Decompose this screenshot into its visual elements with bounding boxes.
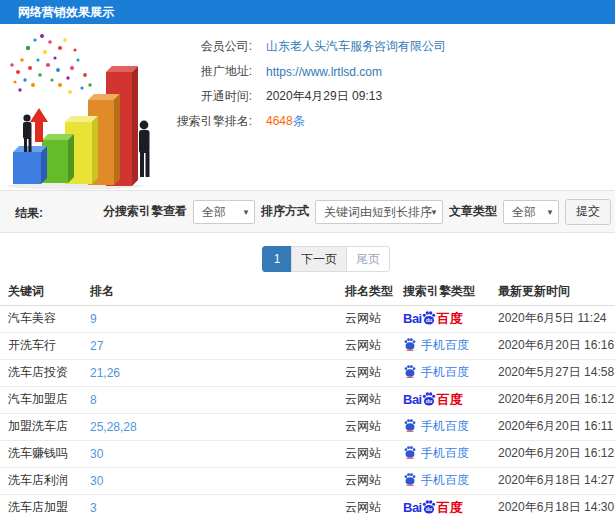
update-time-cell: 2020年6月5日 11:24: [496, 305, 615, 332]
update-time-cell: 2020年5月27日 14:58: [496, 359, 615, 386]
rank-cell[interactable]: 9: [88, 305, 343, 332]
baidu-mobile-logo: 手机百度: [403, 337, 469, 354]
last-page-button[interactable]: 尾页: [346, 246, 390, 272]
table-row: 洗车店加盟 3 云网站 Bai du 百度: [0, 494, 615, 520]
rank-cell[interactable]: 3: [88, 494, 343, 520]
mobile-baidu-paw-icon: [403, 337, 417, 351]
promo-url-row: 推广地址: https://www.lrtlsd.com: [160, 59, 446, 84]
rank-type-cell: 云网站: [343, 494, 401, 520]
marketing-report-page: 网络营销效果展示: [0, 0, 615, 520]
page-1-button[interactable]: 1: [262, 246, 292, 272]
table-row: 加盟洗车店 25,28,28 云网站 Bai du 百度: [0, 413, 615, 440]
submit-button[interactable]: 提交: [565, 199, 611, 225]
engine-cell: Bai du 百度: [401, 386, 496, 413]
update-time-cell: 2020年6月20日 16:16: [496, 332, 615, 359]
header-update-time: 最新更新时间: [496, 278, 615, 305]
filter-bar: 结果: 分搜索引擎查看 全部 ▼ 排序方式 关键词由短到长排序 ▼ 文章类型 全…: [0, 190, 615, 233]
mobile-baidu-text: 手机百度: [421, 418, 469, 435]
table-header-row: 关键词 排名 排名类型 搜索引擎类型 最新更新时间: [0, 278, 615, 305]
rank-type-cell: 云网站: [343, 332, 401, 359]
keyword-cell: 汽车加盟店: [0, 386, 88, 413]
member-company-label: 会员公司:: [160, 38, 252, 55]
rank-cell[interactable]: 30: [88, 467, 343, 494]
baidu-mobile-logo: 手机百度: [403, 364, 469, 381]
open-time-label: 开通时间:: [160, 88, 252, 105]
pagination: 1 下一页 尾页: [262, 246, 390, 272]
baidu-mobile-logo: 手机百度: [403, 418, 469, 435]
rank-cell[interactable]: 27: [88, 332, 343, 359]
article-type-label: 文章类型: [449, 203, 497, 220]
engine-cell: Bai du 百度: [401, 305, 496, 332]
engine-rank-value: 4648条: [266, 113, 305, 130]
table-row: 洗车店利润 30 云网站 Bai du 百度: [0, 467, 615, 494]
rank-cell[interactable]: 8: [88, 386, 343, 413]
keyword-cell: 汽车美容: [0, 305, 88, 332]
member-company-link[interactable]: 山东老人头汽车服务咨询有限公司: [266, 38, 446, 55]
engine-rank-label: 搜索引擎排名:: [160, 113, 252, 130]
engine-rank-row: 搜索引擎排名: 4648条: [160, 109, 446, 134]
update-time-cell: 2020年6月20日 16:12: [496, 386, 615, 413]
result-label: 结果:: [15, 205, 43, 222]
engine-filter-select[interactable]: 全部 ▼: [193, 200, 255, 224]
engine-rank-unit: 条: [293, 114, 305, 128]
baidu-pc-logo: Bai du 百度: [403, 391, 463, 409]
baidu-bai-text: Bai: [403, 392, 422, 407]
article-type-select[interactable]: 全部 ▼: [503, 200, 559, 224]
mobile-baidu-text: 手机百度: [421, 472, 469, 489]
update-time-cell: 2020年6月18日 14:30: [496, 494, 615, 520]
sort-select[interactable]: 关键词由短到长排序 ▼: [315, 200, 443, 224]
table-row: 汽车加盟店 8 云网站 Bai du 百度: [0, 386, 615, 413]
mobile-baidu-paw-icon: [403, 472, 417, 486]
mobile-baidu-paw-icon: [403, 364, 417, 378]
update-time-cell: 2020年6月20日 16:11: [496, 413, 615, 440]
growth-chart-illustration: [0, 30, 170, 190]
update-time-cell: 2020年6月18日 14:27: [496, 467, 615, 494]
sort-label: 排序方式: [261, 203, 309, 220]
header-engine-type: 搜索引擎类型: [401, 278, 496, 305]
open-time-row: 开通时间: 2020年4月29日 09:13: [160, 84, 446, 109]
rank-cell[interactable]: 30: [88, 440, 343, 467]
rank-type-cell: 云网站: [343, 440, 401, 467]
keyword-cell: 洗车店加盟: [0, 494, 88, 520]
baidu-cn-text: 百度: [437, 499, 463, 517]
sort-selected: 关键词由短到长排序: [324, 205, 432, 219]
baidu-mobile-logo: 手机百度: [403, 472, 469, 489]
chevron-down-icon: ▼: [242, 201, 250, 224]
rank-cell[interactable]: 25,28,28: [88, 413, 343, 440]
rank-type-cell: 云网站: [343, 305, 401, 332]
baidu-mobile-logo: 手机百度: [403, 445, 469, 462]
table-row: 洗车店投资 21,26 云网站 Bai du 百度: [0, 359, 615, 386]
page-title: 网络营销效果展示: [18, 5, 114, 19]
mobile-baidu-text: 手机百度: [421, 337, 469, 354]
engine-cell: Bai du 百度: [401, 332, 496, 359]
table-row: 开洗车行 27 云网站 Bai du 百度: [0, 332, 615, 359]
keyword-cell: 洗车店投资: [0, 359, 88, 386]
promo-url-link[interactable]: https://www.lrtlsd.com: [266, 65, 382, 79]
promo-url-label: 推广地址:: [160, 63, 252, 80]
businessman-right: [139, 121, 150, 177]
engine-rank-count: 4648: [266, 114, 293, 128]
filter-controls: 分搜索引擎查看 全部 ▼ 排序方式 关键词由短到长排序 ▼ 文章类型 全部 ▼ …: [103, 191, 611, 232]
baidu-paw-icon: du: [421, 391, 437, 407]
next-page-button[interactable]: 下一页: [291, 246, 347, 272]
mobile-baidu-text: 手机百度: [421, 445, 469, 462]
keyword-cell: 洗车赚钱吗: [0, 440, 88, 467]
update-time-cell: 2020年6月20日 16:12: [496, 440, 615, 467]
rank-type-cell: 云网站: [343, 359, 401, 386]
rank-cell[interactable]: 21,26: [88, 359, 343, 386]
chevron-down-icon: ▼: [546, 201, 554, 224]
engine-cell: Bai du 百度: [401, 440, 496, 467]
engine-filter-selected: 全部: [202, 205, 226, 219]
rank-type-cell: 云网站: [343, 413, 401, 440]
keyword-cell: 洗车店利润: [0, 467, 88, 494]
engine-cell: Bai du 百度: [401, 413, 496, 440]
svg-text:du: du: [425, 506, 432, 512]
keyword-cell: 开洗车行: [0, 332, 88, 359]
rank-type-cell: 云网站: [343, 467, 401, 494]
company-info: 会员公司: 山东老人头汽车服务咨询有限公司 推广地址: https://www.…: [160, 34, 446, 134]
keyword-cell: 加盟洗车店: [0, 413, 88, 440]
header-keyword: 关键词: [0, 278, 88, 305]
results-table: 关键词 排名 排名类型 搜索引擎类型 最新更新时间 汽车美容 9 云网站 Bai: [0, 278, 615, 520]
rank-type-cell: 云网站: [343, 386, 401, 413]
article-type-selected: 全部: [512, 205, 536, 219]
